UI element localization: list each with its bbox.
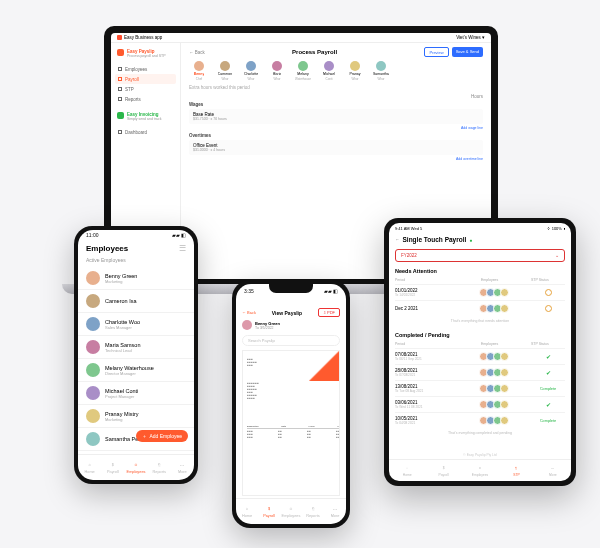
add-employee-button[interactable]: ＋ Add Employee bbox=[136, 430, 188, 442]
col-employees: Employees bbox=[481, 342, 531, 346]
sidebar-item-reports[interactable]: Reports bbox=[115, 94, 176, 104]
wage-row-base-rate[interactable]: Base Rate $31.7500 · x 76 hours bbox=[189, 109, 483, 124]
check-icon: ✔ bbox=[546, 370, 551, 376]
screen-title: Employees bbox=[86, 244, 128, 253]
search-icon[interactable]: ☰ bbox=[179, 244, 186, 253]
add-overtime-link[interactable]: Add overtime line bbox=[189, 157, 483, 161]
tab-icon: ☺ bbox=[476, 464, 484, 472]
avatar bbox=[86, 363, 100, 377]
table-head: Period Employees STP Status bbox=[395, 340, 565, 348]
avatar bbox=[86, 409, 100, 423]
payslip-document[interactable]: ▂▂▂▂▂▂▂▂▂▂▂ ▂▂▂▂▂▂▂▂▂▂▂▂▂▂▂▂▂▂▂▂▂▂▂▂▂▂▂ … bbox=[242, 350, 340, 496]
employee-chip[interactable]: PranayWhor bbox=[345, 61, 365, 81]
tab-home[interactable]: ⌂Home bbox=[236, 499, 258, 524]
avatar bbox=[86, 294, 100, 308]
tab-payroll[interactable]: $Payroll bbox=[258, 499, 280, 524]
sidebar-section-invoicing[interactable]: Easy Invoicing Simply send and track bbox=[115, 110, 176, 123]
screen-title: Single Touch Payroll bbox=[403, 236, 467, 243]
employee-chip[interactable]: MelanyWaterhouse bbox=[293, 61, 313, 81]
tab-more[interactable]: ⋯More bbox=[324, 499, 346, 524]
avatar bbox=[500, 384, 509, 393]
tab-reports[interactable]: ⎘Reports bbox=[148, 455, 171, 480]
overtime-row-office-event[interactable]: Office Event $31.0000 · x 4 hours bbox=[189, 140, 483, 155]
employee-chip[interactable]: BennyChef bbox=[189, 61, 209, 81]
save-send-button[interactable]: Save & Send bbox=[452, 47, 483, 57]
employee-chip[interactable]: CharlotteWhor bbox=[241, 61, 261, 81]
stp-row-complete[interactable]: 07/08/2021To 06/11 Sep 2021✔ bbox=[395, 348, 565, 364]
employee-row[interactable]: Michael ContiProject Manager bbox=[78, 382, 194, 405]
employee-row[interactable]: Benny GreenMarketing bbox=[78, 267, 194, 290]
app-name: Easy Business app bbox=[124, 35, 162, 40]
back-button[interactable]: ← Back bbox=[242, 310, 256, 315]
avatar bbox=[272, 61, 282, 71]
sidebar-item-dashboard[interactable]: Dashboard bbox=[115, 127, 176, 137]
employee-chip[interactable]: SamanthaWhor bbox=[371, 61, 391, 81]
page-title: Process Payroll bbox=[292, 49, 337, 55]
tab-employees[interactable]: ☺Employees bbox=[462, 460, 498, 481]
fab-label: Add Employee bbox=[149, 433, 182, 439]
year-value: FY2022 bbox=[401, 253, 417, 258]
avatar bbox=[324, 61, 334, 71]
employee-chip[interactable]: MariaWhor bbox=[267, 61, 287, 81]
tab-icon: $ bbox=[440, 464, 448, 472]
avatar bbox=[246, 61, 256, 71]
stp-row-complete[interactable]: 28/08/2021To 07/03/2021✔ bbox=[395, 364, 565, 380]
app-logo: Easy Business app bbox=[117, 35, 162, 40]
year-select[interactable]: FY2022 ⌄ bbox=[395, 249, 565, 262]
preview-button[interactable]: Preview bbox=[424, 47, 448, 57]
back-button[interactable]: ← bbox=[395, 237, 400, 242]
invoicing-sub: Simply send and track bbox=[127, 117, 161, 121]
sidebar-item-payroll[interactable]: Payroll bbox=[115, 74, 176, 84]
check-icon: ✔ bbox=[546, 354, 551, 360]
needs-attention-note: That's everything that needs attention bbox=[395, 316, 565, 326]
tab-payroll[interactable]: $Payroll bbox=[425, 460, 461, 481]
warning-icon bbox=[545, 305, 552, 312]
tab-payroll[interactable]: $Payroll bbox=[101, 455, 124, 480]
user-name: Viet's Wines bbox=[456, 35, 481, 40]
employee-row[interactable]: Pranay MistryMarketing bbox=[78, 405, 194, 428]
sidebar-item-stp[interactable]: STP bbox=[115, 84, 176, 94]
avatar bbox=[86, 386, 100, 400]
employee-row[interactable]: Cameron Isa bbox=[78, 290, 194, 313]
tab-home[interactable]: ⌂Home bbox=[78, 455, 101, 480]
table-head: Period Employees STP Status bbox=[395, 276, 565, 284]
tab-icon: ☺ bbox=[287, 505, 295, 513]
employee-row[interactable]: Maria SamsonTechnical Lead bbox=[78, 336, 194, 359]
add-wage-link[interactable]: Add wage line bbox=[189, 126, 483, 130]
tab-reports[interactable]: ⎘Reports bbox=[302, 499, 324, 524]
employee-chip[interactable]: CameronWhor bbox=[215, 61, 235, 81]
employee-row[interactable]: Charlotte WooSales Manager bbox=[78, 313, 194, 336]
tab-more[interactable]: ⋯More bbox=[171, 455, 194, 480]
stp-row-attention[interactable]: Dec 2 2021 bbox=[395, 300, 565, 316]
avatar bbox=[500, 416, 509, 425]
phone-employees-device: 11:00 ▰▰ ◧ Employees ☰ Active Employees … bbox=[74, 226, 198, 484]
stp-row-complete[interactable]: 03/06/2021To Wed 11 08 2021✔ bbox=[395, 396, 565, 412]
dashboard-label: Dashboard bbox=[125, 130, 147, 135]
tab-employees[interactable]: ☺Employees bbox=[124, 455, 147, 480]
sidebar-section-payslip[interactable]: Easy Payslip Process payroll and STP bbox=[115, 47, 176, 60]
user-menu[interactable]: Viet's Wines ▾ bbox=[456, 35, 485, 40]
phone-notch bbox=[269, 284, 313, 293]
stp-row-complete[interactable]: 13/08/2021To Tue 08 Aug 2021Complete bbox=[395, 380, 565, 396]
search-input[interactable]: Search Payslip bbox=[242, 335, 340, 346]
payslip-sub: Process payroll and STP bbox=[127, 54, 166, 58]
employee-chip[interactable]: MichaelConti bbox=[319, 61, 339, 81]
sidebar-item-employees[interactable]: Employees bbox=[115, 64, 176, 74]
tab-stp[interactable]: ⎘STP bbox=[498, 460, 534, 481]
back-button[interactable]: ← Back bbox=[189, 50, 205, 55]
plus-icon: ＋ bbox=[142, 433, 147, 439]
menu-icon bbox=[118, 67, 122, 71]
tab-home[interactable]: ⌂Home bbox=[389, 460, 425, 481]
tab-employees[interactable]: ☺Employees bbox=[280, 499, 302, 524]
menu-icon bbox=[118, 97, 122, 101]
col-period: Period bbox=[395, 278, 481, 282]
tab-bar: ⌂Home$Payroll☺Employees⎘Reports⋯More bbox=[78, 454, 194, 480]
completed-note: That's everything completed and pending bbox=[395, 428, 565, 438]
hours-column: Hours bbox=[189, 94, 483, 99]
stp-row-attention[interactable]: 01/01/2022To 14/01/2022 bbox=[395, 284, 565, 300]
avatar bbox=[350, 61, 360, 71]
employee-row[interactable]: Melany WaterhouseDirector Manager bbox=[78, 359, 194, 382]
stp-row-complete[interactable]: 10/05/2021To 04/08 2021Complete bbox=[395, 412, 565, 428]
tab-more[interactable]: ⋯More bbox=[535, 460, 571, 481]
export-pdf-button[interactable]: ⇩ PDF bbox=[318, 308, 340, 317]
